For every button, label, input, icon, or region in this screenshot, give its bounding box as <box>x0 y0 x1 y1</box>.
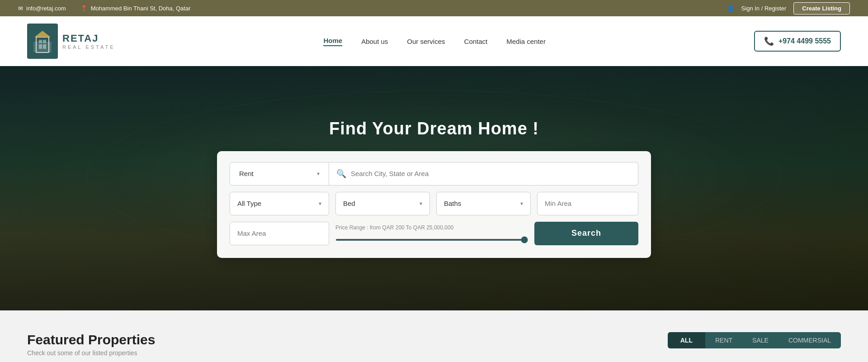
baths-label: Baths <box>444 200 461 207</box>
main-nav: Home About us Our services Contact Media… <box>323 37 546 46</box>
price-range-wrap: Price Range : from QAR 200 To QAR 25,000… <box>335 222 528 245</box>
baths-chevron-icon: ▾ <box>520 200 523 207</box>
logo-name: RETAJ <box>62 33 115 44</box>
featured-title-block: Featured Properties Check out some of ou… <box>27 332 155 362</box>
search-box: Rent ▾ 🔍 All Type ▾ Bed ▾ <box>217 151 651 258</box>
hero-title: Find Your Dream Home ! <box>329 119 539 138</box>
search-button[interactable]: Search <box>534 222 638 245</box>
bed-chevron-icon: ▾ <box>420 200 422 207</box>
topbar-left: ✉ info@retaj.com 📍 Mohammed Bin Thani St… <box>18 5 191 12</box>
logo-text-block: RETAJ REAL ESTATE <box>62 33 115 50</box>
hero-content: Find Your Dream Home ! Rent ▾ 🔍 All Type… <box>0 119 868 258</box>
nav-contact[interactable]: Contact <box>464 38 488 45</box>
city-search-wrap: 🔍 <box>329 162 638 186</box>
bed-select[interactable]: Bed ▾ <box>335 192 430 215</box>
type-chevron-icon: ▾ <box>319 200 321 207</box>
filter-tab-sale[interactable]: SALE <box>742 332 778 348</box>
svg-rect-5 <box>39 40 42 43</box>
topbar-address: Mohammed Bin Thani St, Doha, Qatar <box>91 5 191 12</box>
svg-marker-2 <box>34 31 51 37</box>
phone-number: +974 4499 5555 <box>778 37 831 45</box>
logo: RETAJ REAL ESTATE <box>27 24 115 59</box>
rent-label: Rent <box>239 170 254 177</box>
filter-tab-all[interactable]: ALL <box>668 332 705 348</box>
filter-tab-commercial[interactable]: COMMERSIAL <box>778 332 841 348</box>
max-area-input[interactable] <box>230 222 329 245</box>
email-item: ✉ info@retaj.com <box>18 5 66 12</box>
nav-about[interactable]: About us <box>361 38 388 45</box>
nav-media[interactable]: Media center <box>506 38 546 45</box>
rent-select[interactable]: Rent ▾ <box>230 162 329 186</box>
svg-rect-4 <box>43 44 46 49</box>
filter-tabs: ALL RENT SALE COMMERSIAL <box>668 332 841 348</box>
city-search-input[interactable] <box>351 170 631 177</box>
featured-header: Featured Properties Check out some of ou… <box>27 332 841 362</box>
featured-subtitle: Check out some of our listed properties <box>27 349 155 357</box>
logo-icon <box>27 24 58 59</box>
price-range-slider[interactable] <box>335 239 528 241</box>
user-icon: 👤 <box>727 5 734 12</box>
rent-chevron-icon: ▾ <box>317 171 320 177</box>
search-row-1: Rent ▾ 🔍 <box>230 162 638 186</box>
baths-select[interactable]: Baths ▾ <box>436 192 531 215</box>
phone-button[interactable]: 📞 +974 4499 5555 <box>754 31 841 52</box>
type-label: All Type <box>237 200 261 207</box>
featured-section: Featured Properties Check out some of ou… <box>0 310 868 362</box>
type-select[interactable]: All Type ▾ <box>230 192 329 215</box>
envelope-icon: ✉ <box>18 5 23 12</box>
hero-section: Find Your Dream Home ! Rent ▾ 🔍 All Type… <box>0 66 868 310</box>
min-area-input[interactable] <box>537 192 638 215</box>
search-row-3: Price Range : from QAR 200 To QAR 25,000… <box>230 222 638 245</box>
topbar-right: 👤 Sign In / Register Create Listing <box>727 2 850 14</box>
address-item: 📍 Mohammed Bin Thani St, Doha, Qatar <box>80 5 191 12</box>
nav-services[interactable]: Our services <box>407 38 445 45</box>
search-row-2: All Type ▾ Bed ▾ Baths ▾ <box>230 192 638 215</box>
svg-rect-6 <box>43 40 46 43</box>
featured-title: Featured Properties <box>27 332 155 348</box>
nav-home[interactable]: Home <box>323 37 342 46</box>
create-listing-button[interactable]: Create Listing <box>793 2 850 14</box>
bed-label: Bed <box>343 200 355 207</box>
phone-icon: 📞 <box>764 36 774 46</box>
location-icon: 📍 <box>80 5 88 12</box>
sign-in-link[interactable]: Sign In / Register <box>741 5 787 12</box>
logo-svg <box>32 29 53 54</box>
topbar-email: info@retaj.com <box>26 5 66 12</box>
logo-subtitle: REAL ESTATE <box>62 44 115 50</box>
svg-rect-3 <box>39 44 42 49</box>
header: RETAJ REAL ESTATE Home About us Our serv… <box>0 16 868 66</box>
search-icon: 🔍 <box>336 169 346 179</box>
filter-tab-rent[interactable]: RENT <box>705 332 742 348</box>
topbar: ✉ info@retaj.com 📍 Mohammed Bin Thani St… <box>0 0 868 16</box>
price-range-label: Price Range : from QAR 200 To QAR 25,000… <box>335 224 528 231</box>
